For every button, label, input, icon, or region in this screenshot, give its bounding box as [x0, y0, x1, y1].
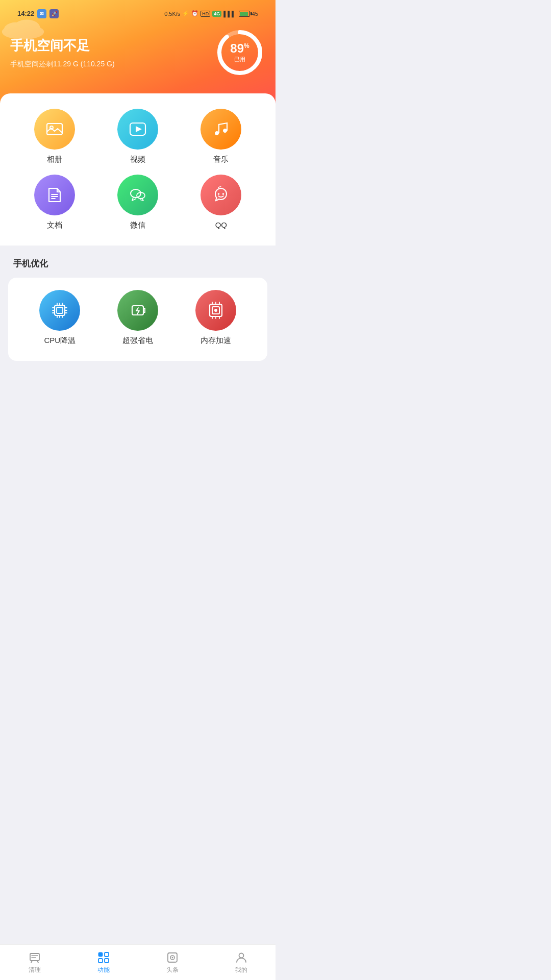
battery-icon [239, 11, 250, 17]
video-item[interactable]: 视频 [98, 109, 177, 164]
mail-icon: ✉ [37, 9, 46, 18]
svg-point-12 [222, 193, 224, 195]
memory-item[interactable]: 内存加速 [179, 290, 252, 346]
header-content: 手机空间不足 手机空间还剩11.29 G (110.25 G) 89% 已用 [10, 27, 265, 78]
cpu-icon [50, 301, 69, 320]
docs-icon-wrap [34, 175, 75, 215]
docs-icon [45, 185, 64, 205]
alarm-icon: ⏰ [191, 10, 198, 17]
wechat-icon-wrap [117, 175, 158, 215]
optimize-card: CPU降温 超强省电 [8, 278, 267, 361]
qq-label: QQ [215, 220, 227, 229]
signal-icon: ▌▌▌ [223, 11, 235, 17]
bluetooth-icon: ⚡ [182, 10, 189, 17]
status-bar: 14:22 ✉ 🚀 0.5K/s ⚡ ⏰ HD 4G ▌▌▌ 45 [10, 5, 265, 22]
status-time: 14:22 [17, 10, 34, 17]
svg-rect-13 [55, 305, 65, 315]
svg-point-11 [218, 193, 220, 195]
battery-saver-item[interactable]: 超强省电 [102, 290, 174, 346]
optimize-grid: CPU降温 超强省电 [18, 290, 257, 346]
svg-point-18 [214, 309, 217, 312]
battery-saver-icon [128, 301, 147, 320]
wechat-label: 微信 [130, 220, 145, 230]
svg-point-2 [13, 20, 40, 37]
memory-label: 内存加速 [201, 336, 231, 346]
music-icon-wrap [201, 109, 241, 150]
main-card: 相册 视频 [0, 93, 276, 246]
svg-rect-14 [57, 307, 63, 313]
usage-percent: 89% [230, 42, 249, 55]
storage-donut-chart: 89% 已用 [214, 27, 265, 78]
4g-icon: 4G [212, 11, 221, 17]
hd-icon: HD [201, 11, 210, 17]
cpu-item[interactable]: CPU降温 [23, 290, 96, 346]
rocket-icon: 🚀 [49, 9, 59, 18]
music-label: 音乐 [213, 155, 229, 164]
video-icon [128, 119, 147, 139]
media-grid: 相册 视频 [10, 109, 265, 230]
svg-point-9 [131, 189, 141, 198]
optimize-title: 手机优化 [13, 258, 267, 270]
memory-icon [206, 301, 226, 320]
wechat-icon [128, 185, 147, 205]
network-speed: 0.5K/s [164, 11, 180, 17]
album-item[interactable]: 相册 [15, 109, 93, 164]
album-label: 相册 [47, 155, 62, 164]
docs-item[interactable]: 文档 [15, 175, 93, 230]
qq-icon [211, 185, 231, 205]
cpu-label: CPU降温 [44, 336, 76, 346]
album-icon-wrap [34, 109, 75, 150]
qq-item[interactable]: QQ [182, 175, 260, 230]
video-label: 视频 [130, 155, 145, 164]
docs-label: 文档 [47, 220, 62, 230]
cpu-icon-wrap [39, 290, 80, 331]
video-icon-wrap [117, 109, 158, 150]
storage-remaining: 手机空间还剩11.29 G (110.25 G) [10, 60, 115, 69]
battery-saver-icon-wrap [117, 290, 158, 331]
optimize-section: 手机优化 CPU降温 [0, 258, 276, 361]
wechat-item[interactable]: 微信 [98, 175, 177, 230]
battery-percent: 45 [252, 11, 258, 17]
memory-icon-wrap [195, 290, 236, 331]
album-icon [45, 119, 64, 139]
music-icon [211, 119, 231, 139]
usage-label: 已用 [230, 56, 249, 63]
qq-icon-wrap [201, 175, 241, 215]
battery-saver-label: 超强省电 [122, 336, 153, 346]
svg-marker-8 [136, 126, 142, 132]
music-item[interactable]: 音乐 [182, 109, 260, 164]
